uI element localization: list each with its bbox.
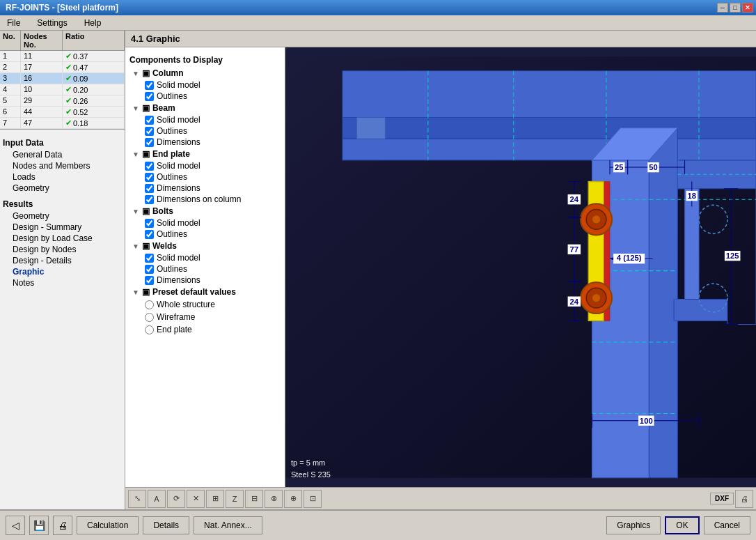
col-nodes: Nodes No. <box>21 31 63 50</box>
table-row[interactable]: 6 44 ✔0.52 <box>0 107 125 118</box>
dxf-label: DXF <box>715 495 729 502</box>
beam-dimensions[interactable]: Dimensions <box>132 137 282 148</box>
nav-design-summary[interactable]: Design - Summary <box>3 222 122 233</box>
status-icon: ✔ <box>65 74 72 83</box>
svg-text:100: 100 <box>640 417 653 425</box>
svg-text:125: 125 <box>726 252 739 260</box>
back-button[interactable]: ◁ <box>6 516 25 535</box>
viewport-svg: 25 50 18 <box>285 47 756 487</box>
table-header: No. Nodes No. Ratio <box>0 31 125 51</box>
column-outlines[interactable]: Outlines <box>132 91 282 102</box>
welds-outlines[interactable]: Outlines <box>132 263 282 275</box>
nav-design-details[interactable]: Design - Details <box>3 255 122 266</box>
folder-icon: ▣ <box>142 103 150 113</box>
view-z-button[interactable]: Z <box>226 490 244 508</box>
view-zoom-button[interactable]: ⊕ <box>284 490 302 508</box>
bolts-group-header[interactable]: ▼ ▣ Bolts <box>132 205 282 217</box>
nav-graphic[interactable]: Graphic <box>3 266 122 277</box>
welds-group-header[interactable]: ▼ ▣ Welds <box>132 240 282 252</box>
preset-group-header[interactable]: ▼ ▣ Preset default values <box>132 286 282 298</box>
bottom-bar: ◁ 💾 🖨 Calculation Details Nat. Annex... … <box>0 509 756 540</box>
column-solid-model[interactable]: Solid model <box>132 79 282 91</box>
menu-settings[interactable]: Settings <box>33 17 71 29</box>
maximize-button[interactable]: □ <box>730 3 741 13</box>
table-row[interactable]: 1 11 ✔0.37 <box>0 51 125 62</box>
status-icon: ✔ <box>65 107 72 116</box>
welds-solid-model[interactable]: Solid model <box>132 252 282 263</box>
nav-design-nodes[interactable]: Design by Nodes <box>3 244 122 255</box>
view-rotate-button[interactable]: ⟳ <box>167 490 185 508</box>
svg-point-27 <box>592 293 600 302</box>
svg-text:77: 77 <box>570 245 579 254</box>
table-row[interactable]: 5 29 ✔0.26 <box>0 95 125 107</box>
end-plate-outlines[interactable]: Outlines <box>132 171 282 183</box>
view-iso-button[interactable]: ⊟ <box>245 490 263 508</box>
minimize-button[interactable]: ─ <box>717 3 728 13</box>
menu-help[interactable]: Help <box>80 17 106 29</box>
ok-button[interactable]: OK <box>665 516 699 534</box>
nav-nodes-members[interactable]: Nodes and Members <box>3 160 122 171</box>
svg-marker-3 <box>342 139 756 160</box>
folder-icon: ▣ <box>142 287 150 297</box>
dxf-button[interactable]: DXF <box>710 493 734 504</box>
nav-notes[interactable]: Notes <box>3 277 122 288</box>
view-axes-button[interactable]: A <box>148 490 166 508</box>
view-fit-button[interactable]: ⤡ <box>128 490 146 508</box>
welds-dimensions[interactable]: Dimensions <box>132 275 282 286</box>
print-report-button[interactable]: 🖨 <box>53 516 72 535</box>
expand-icon: ▼ <box>132 70 139 77</box>
end-plate-solid-model[interactable]: Solid model <box>132 160 282 171</box>
end-plate-dimensions[interactable]: Dimensions <box>132 183 282 194</box>
table-row[interactable]: 7 47 ✔0.18 <box>0 118 125 129</box>
viewport-toolbar: ⤡ A ⟳ ✕ ⊞ Z ⊟ ⊗ ⊕ ⊡ DXF 🖨 <box>125 487 756 509</box>
save-button[interactable]: 💾 <box>29 516 49 535</box>
beam-solid-model[interactable]: Solid model <box>132 114 282 125</box>
nav-geometry-input[interactable]: Geometry <box>3 183 122 194</box>
print-button[interactable]: 🖨 <box>735 490 753 508</box>
column-group-header[interactable]: ▼ ▣ Column <box>132 67 282 79</box>
results-section: Results <box>3 198 122 210</box>
preset-wireframe[interactable]: Wireframe <box>132 311 282 323</box>
view-settings-button[interactable]: ⊡ <box>304 490 322 508</box>
table-row[interactable]: 3 16 ✔0.09 <box>0 73 125 84</box>
details-button[interactable]: Details <box>143 516 189 534</box>
cancel-button[interactable]: Cancel <box>704 516 750 534</box>
menu-file[interactable]: File <box>3 17 24 29</box>
beam-outlines[interactable]: Outlines <box>132 125 282 137</box>
viewport-3d: 25 50 18 <box>285 47 756 487</box>
svg-text:25: 25 <box>615 163 624 171</box>
nav-loads[interactable]: Loads <box>3 171 122 183</box>
beam-group-header[interactable]: ▼ ▣ Beam <box>132 102 282 114</box>
svg-marker-1 <box>342 71 756 118</box>
bolts-outlines[interactable]: Outlines <box>132 229 282 240</box>
bolts-group: ▼ ▣ Bolts Solid model Outlines <box>132 205 282 240</box>
nav-geometry-results[interactable]: Geometry <box>3 210 122 222</box>
view-x-button[interactable]: ✕ <box>187 490 205 508</box>
close-button[interactable]: ✕ <box>742 3 753 13</box>
status-icon: ✔ <box>65 85 72 94</box>
end-plate-label: End plate <box>152 149 190 159</box>
table-row[interactable]: 2 17 ✔0.47 <box>0 62 125 73</box>
calculation-button[interactable]: Calculation <box>77 516 139 534</box>
nav-design-load-case[interactable]: Design by Load Case <box>3 233 122 244</box>
end-plate-group-header[interactable]: ▼ ▣ End plate <box>132 148 282 160</box>
status-icon: ✔ <box>65 52 72 61</box>
folder-icon: ▣ <box>142 149 150 159</box>
preset-whole-structure[interactable]: Whole structure <box>132 298 282 311</box>
end-plate-group: ▼ ▣ End plate Solid model Outlines Dimen… <box>132 148 282 205</box>
svg-marker-2 <box>342 117 756 139</box>
column-label: Column <box>152 68 184 78</box>
bolts-solid-model[interactable]: Solid model <box>132 217 282 229</box>
graphics-button[interactable]: Graphics <box>606 516 661 534</box>
preset-end-plate[interactable]: End plate <box>132 323 282 336</box>
nat-annex-button[interactable]: Nat. Annex... <box>194 516 262 534</box>
data-table: No. Nodes No. Ratio 1 11 ✔0.37 2 17 ✔0.4… <box>0 31 125 130</box>
table-row[interactable]: 4 10 ✔0.20 <box>0 84 125 95</box>
col-ratio: Ratio <box>63 31 125 50</box>
menu-bar: File Settings Help <box>0 15 756 31</box>
view-y-button[interactable]: ⊞ <box>206 490 224 508</box>
end-plate-dimensions-on-column[interactable]: Dimensions on column <box>132 194 282 205</box>
title-bar: RF-JOINTS - [Steel platform] ─ □ ✕ <box>0 0 756 15</box>
nav-general-data[interactable]: General Data <box>3 149 122 160</box>
view-pan-button[interactable]: ⊗ <box>265 490 283 508</box>
